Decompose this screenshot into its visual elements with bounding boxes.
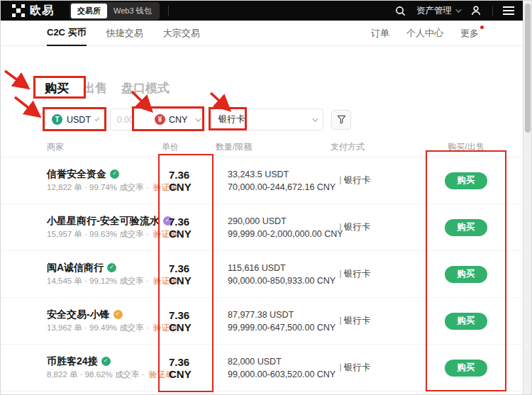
merchant-name[interactable]: 闽A诚信商行 [47,262,104,272]
action-cell: 购买 [426,172,506,189]
table-row: 安全交易-小锋 13,962 单 · 99.49% 成交率 · 验证单 7.36… [1,298,524,345]
payment-cell: 银行卡 [331,268,426,280]
order-limit: 70,000.00-244,672.16 CNY [228,181,331,194]
header-merchant: 商家 [47,141,159,153]
header-price: 单价 [159,141,214,153]
crypto-select[interactable]: T USDT [45,109,104,130]
buy-button[interactable]: 购买 [445,219,487,236]
chevron-down-icon [95,116,99,121]
nav-more[interactable]: 更多 [460,21,479,46]
menu-icon[interactable] [503,6,514,15]
buy-button[interactable]: 购买 [445,172,487,189]
available-amount: 82,000 USDT [228,355,331,368]
user-icon[interactable] [470,4,482,17]
payment-method: 银行卡 [344,174,371,187]
nav-profile[interactable]: 个人中心 [406,21,443,46]
payment-method-marker [340,223,341,231]
quantity-cell: 115,616 USDT 90,000.00-850,933.00 CNY [214,262,331,287]
payment-cell: 银行卡 [331,174,426,187]
unit-price: 7.36 CNY [159,309,214,333]
subnav-right: 订单 个人中心 更多 [371,21,479,46]
merchant-name[interactable]: 信誉安全资金 [47,169,106,179]
payment-method: 银行卡 [344,315,371,327]
nav-c2c-buy[interactable]: C2C 买币 [47,21,87,46]
cny-icon: ¥ [155,114,165,125]
tab-web3-wallet[interactable]: Web3 钱包 [107,4,158,18]
payment-cell: 银行卡 [331,315,426,327]
merchant-cell: 小星星商行-安全可验流水 15,957 单 · 99.63% 成交率 · 验证单 [47,216,159,239]
tab-exchange[interactable]: 交易所 [71,4,107,18]
amount-input[interactable] [111,115,148,125]
subnav-left: C2C 买币 快捷交易 大宗交易 [47,21,200,46]
buy-button[interactable]: 购买 [445,266,487,283]
merchant-badge-icon [113,310,123,319]
scrollbar-track[interactable] [523,1,531,395]
amount-fiat-control: ¥ CNY [110,109,206,130]
merchant-badge-icon [110,169,119,179]
table-row: 信誉安全资金 12,822 单 · 99.74% 成交率 · 验证单 7.36 … [1,157,524,204]
search-icon[interactable] [394,4,406,17]
tab-buy[interactable]: 购买 [45,80,69,96]
payment-method: 银行卡 [344,221,371,233]
filter-bar: T USDT ¥ CNY 银行卡 [45,109,351,130]
merchant-name[interactable]: 小星星商行-安全可验流水 [47,216,160,226]
topbar-divider [492,6,493,16]
merchant-badge-icon [107,263,116,272]
fiat-selected: CNY [169,115,192,125]
tab-sell[interactable]: 出售 [83,80,107,96]
action-cell: 购买 [426,266,506,283]
payment-method: 银行卡 [344,268,371,280]
available-amount: 290,000 USDT [228,215,331,228]
filter-button[interactable] [331,110,351,130]
payment-method-marker [340,364,341,372]
scrollbar-thumb[interactable] [525,4,531,133]
payment-method-marker [340,270,341,278]
buy-button[interactable]: 购买 [445,360,487,377]
nav-quick-trade[interactable]: 快捷交易 [106,21,143,46]
merchant-stats: 8,822 单 · 98.62% 成交率 · [47,370,144,379]
brand-name: 欧易 [30,4,54,18]
buy-button[interactable]: 购买 [445,313,487,330]
header-quantity-limit: 数量/限额 [214,141,331,153]
merchant-stats: 12,822 单 · 99.74% 成交率 · [47,183,149,191]
nav-orders[interactable]: 订单 [371,21,389,46]
tab-orderbook-mode[interactable]: 盘口模式 [121,80,170,96]
unit-price: 7.36 CNY [159,169,214,193]
nav-more-label: 更多 [460,27,479,40]
merchant-cell: 币胜客24接 8,822 单 · 98.62% 成交率 · 验证单 [47,356,159,379]
available-amount: 115,616 USDT [228,262,331,274]
usdt-icon: T [52,114,62,125]
payment-cell: 银行卡 [331,362,426,374]
payment-selected: 银行卡 [218,113,312,126]
trade-mode-tabs: 购买 出售 盘口模式 [45,80,170,96]
merchant-stats: 13,962 单 · 99.49% 成交率 · [47,323,149,332]
assets-menu[interactable]: 资产管理 [416,5,460,17]
payment-method-marker [340,317,341,325]
exchange-wallet-toggle: 交易所 Web3 钱包 [70,2,160,20]
merchant-cell: 安全交易-小锋 13,962 单 · 99.49% 成交率 · 验证单 [47,309,159,333]
action-cell: 购买 [426,360,506,377]
merchant-name[interactable]: 安全交易-小锋 [47,309,110,319]
merchant-stats: 14,545 单 · 99.12% 成交率 · [47,277,149,285]
order-limit: 99,000.00-603,520.00 CNY [228,368,331,381]
merchant-cell: 闽A诚信商行 14,545 单 · 99.12% 成交率 · 验证单 [47,262,159,286]
notification-dot [480,26,484,29]
unit-price: 7.36 CNY [159,356,214,380]
unit-price: 7.36 CNY [159,262,214,286]
fiat-select[interactable]: ¥ CNY [148,114,205,125]
action-cell: 购买 [426,219,506,236]
filter-icon [337,115,346,124]
offer-list: 信誉安全资金 12,822 单 · 99.74% 成交率 · 验证单 7.36 … [1,157,524,391]
available-amount: 87,977.38 USDT [228,308,331,321]
nav-block-trade[interactable]: 大宗交易 [163,21,200,46]
order-limit: 90,000.00-850,933.00 CNY [228,274,331,287]
action-cell: 购买 [426,313,506,330]
okx-logo-icon [12,4,25,17]
table-row: 小星星商行-安全可验流水 15,957 单 · 99.63% 成交率 · 验证单… [1,204,524,251]
okx-logo[interactable]: 欧易 [12,4,54,18]
merchant-name[interactable]: 币胜客24接 [47,356,98,366]
payment-method-select[interactable]: 银行卡 [211,109,323,130]
quantity-cell: 33,243.5 USDT 70,000.00-244,672.16 CNY [214,168,331,194]
payment-cell: 银行卡 [331,221,426,233]
assets-label: 资产管理 [416,5,452,17]
